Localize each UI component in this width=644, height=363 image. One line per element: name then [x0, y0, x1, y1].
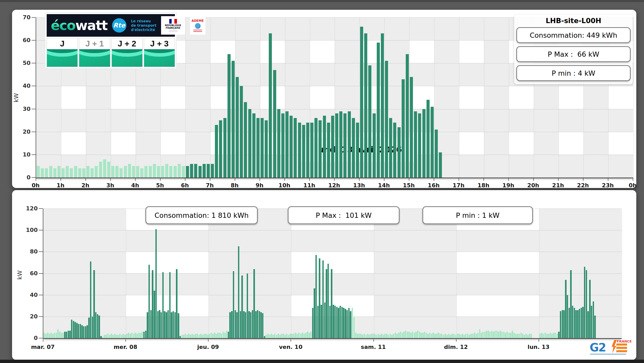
weekly-bar — [448, 334, 450, 338]
weekly-bar — [450, 335, 451, 338]
weekly-bar — [400, 332, 401, 338]
daily-pmax-badge: P Max : 66 kW — [516, 46, 631, 62]
daily-bar — [356, 123, 359, 178]
x-axis-hour-label: 12h — [328, 182, 340, 189]
x-axis-day-label: lun. 13 — [528, 344, 550, 350]
weekly-bar — [257, 310, 259, 338]
weekly-bar — [317, 306, 319, 338]
x-axis-tick — [210, 178, 210, 181]
x-axis-tick — [110, 178, 111, 181]
weekly-bar — [147, 312, 148, 338]
weekly-bar — [498, 332, 499, 338]
daily-bar — [111, 166, 114, 178]
weekly-bar — [460, 335, 462, 338]
x-axis-day-label: sam. 11 — [361, 344, 386, 350]
x-axis-hour-label: 2h — [82, 182, 90, 189]
weekly-consumption-plot[interactable]: Consommation: 1 810 kWh P Max : 101 kW P… — [43, 209, 622, 339]
x-axis-hour-label: 22h — [577, 182, 589, 189]
x-axis-tick — [558, 178, 559, 181]
weekly-bar — [255, 311, 257, 338]
weekly-bar — [396, 334, 398, 338]
weekly-bar — [272, 335, 274, 338]
weekly-bar — [240, 311, 241, 338]
day-button-j[interactable]: J — [47, 38, 78, 67]
daily-bar — [435, 130, 438, 178]
weekly-bar — [50, 333, 52, 338]
y-axis-tick — [32, 63, 36, 63]
day-button-j2[interactable]: J + 2 — [112, 38, 143, 67]
weekly-bar — [353, 317, 355, 338]
y-axis-tick — [39, 295, 43, 295]
weekly-bar — [259, 311, 260, 338]
x-axis-tick — [508, 178, 509, 181]
daily-bar — [360, 27, 363, 178]
weekly-bar — [472, 334, 474, 338]
weekly-bar — [565, 280, 567, 338]
weekly-bar — [135, 333, 136, 338]
weekly-bar — [324, 302, 326, 338]
y-axis-tick — [39, 208, 43, 209]
weekly-bar — [131, 333, 133, 338]
weekly-bar — [488, 331, 489, 338]
daily-bar — [252, 113, 255, 178]
weekly-bar — [341, 307, 343, 338]
weekly-bar — [474, 333, 475, 338]
g2e-e-bars-icon — [616, 344, 627, 352]
weekly-bar — [321, 305, 322, 338]
y-axis-kw-label: 0 — [15, 174, 31, 181]
weekly-bar — [88, 318, 90, 338]
daily-bar — [165, 164, 168, 178]
weekly-bar — [410, 333, 412, 338]
weekly-bar — [104, 335, 105, 338]
weekly-bar — [116, 335, 117, 338]
weekly-bar — [45, 334, 47, 338]
weekly-bar — [236, 312, 238, 338]
daily-bar — [45, 168, 48, 178]
x-axis-hour-label: 11h — [303, 182, 315, 189]
weekly-bar — [391, 335, 393, 338]
day-button-j3[interactable]: J + 3 — [144, 38, 175, 67]
daily-bar — [290, 116, 293, 178]
daily-bar — [194, 164, 197, 178]
weekly-bar — [586, 270, 587, 338]
daily-bar — [174, 166, 177, 178]
y-axis-tick — [32, 177, 36, 178]
weekly-bar — [593, 301, 594, 338]
weekly-bar — [302, 333, 303, 338]
weekly-bar — [379, 335, 381, 338]
weekly-bar — [336, 307, 338, 338]
weekly-bar — [154, 291, 155, 338]
weekly-bar — [223, 332, 224, 338]
daily-bar — [261, 118, 264, 178]
daily-bar — [207, 164, 210, 178]
weekly-bar — [550, 333, 551, 338]
weekly-bar — [558, 332, 560, 338]
x-axis-tick — [483, 178, 484, 181]
day-button-j1[interactable]: J + 1 — [79, 38, 110, 67]
weekly-bar — [577, 310, 579, 338]
weekly-bar — [371, 334, 372, 338]
weekly-bar — [519, 334, 520, 338]
weekly-bar — [355, 333, 356, 338]
weekly-bar — [64, 332, 66, 338]
daily-bar — [178, 164, 181, 178]
weekly-bar — [381, 334, 382, 338]
weekly-bar — [231, 311, 233, 338]
weekly-bar — [309, 333, 310, 338]
weekly-bar — [312, 308, 314, 338]
weekly-bar — [181, 335, 183, 338]
weekly-bar — [124, 335, 126, 338]
daily-bar — [232, 61, 235, 178]
weekly-bar — [267, 334, 269, 338]
weekly-bar — [524, 335, 525, 338]
weekly-bar — [569, 308, 570, 338]
weekly-bar — [121, 335, 123, 338]
daily-bar — [103, 159, 106, 178]
weekly-bar — [359, 334, 360, 338]
daily-bar — [310, 123, 313, 178]
daily-bar — [327, 123, 330, 178]
y-axis-kw-label: 20 — [22, 313, 38, 320]
daily-bar — [410, 77, 413, 178]
x-axis-hour-label: 0h — [32, 182, 40, 189]
ademe-logo: ADEME — [190, 16, 205, 35]
